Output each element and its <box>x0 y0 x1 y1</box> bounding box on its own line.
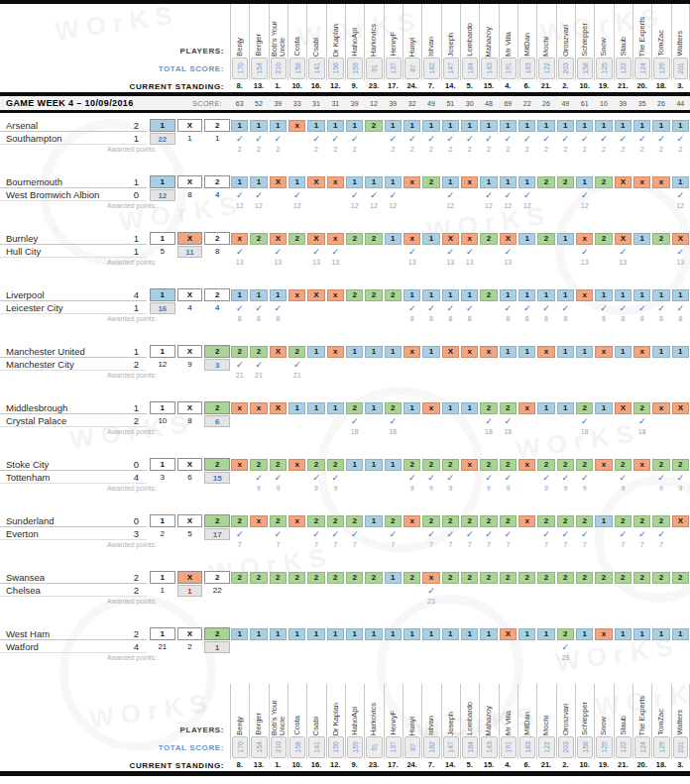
prediction-cell: 2 <box>633 402 650 414</box>
correct-check-icon: ✓ <box>556 472 575 484</box>
away-team-score: 2 <box>134 415 139 426</box>
awarded-points-value: 12 <box>249 201 268 211</box>
player-total-score: 210 <box>275 62 282 74</box>
prediction-cell: 1 <box>652 346 669 358</box>
match-row-home: Bournemouth11X211X1Xx111x21x1112212Xxx1 <box>0 175 690 188</box>
player-total-cell: 137 <box>384 735 402 759</box>
player-name-cell: Schlepper <box>575 4 594 56</box>
prediction-cell: X <box>615 233 632 245</box>
awarded-points-value: 7 <box>326 540 345 550</box>
outcome-count-1: 22 <box>150 133 175 145</box>
prediction-cell: X <box>307 233 324 245</box>
player-total-score: 158 <box>582 62 589 74</box>
player-total-cell: 124 <box>632 56 651 80</box>
outcome-box-2: 2 <box>204 514 230 527</box>
correct-check-icon: ✓ <box>479 528 498 540</box>
correct-check-icon: ✓ <box>614 302 632 314</box>
player-name-cell: Benjy <box>230 4 249 56</box>
awarded-points-value: 12 <box>479 201 498 211</box>
outcome-boxes: 1X2 <box>147 288 230 301</box>
player-standing: 10. <box>288 80 306 92</box>
player-standing: 23. <box>364 80 383 92</box>
player-total-cell: 91 <box>364 735 383 759</box>
away-team-name: Watford <box>6 641 39 652</box>
player-total-box: 154 <box>251 736 267 758</box>
awarded-points-value: 7 <box>651 540 670 550</box>
prediction-cell: 1 <box>480 120 497 132</box>
correct-check-icon: ✓ <box>249 302 268 314</box>
outcome-count-1: 3 <box>150 472 175 484</box>
awarded-points-value: 18 <box>499 427 518 437</box>
player-name: Mr Villa <box>505 711 513 735</box>
outcome-box-x: X <box>177 119 203 132</box>
player-total-score: 125 <box>601 62 608 74</box>
correct-check-icon: ✓ <box>651 528 670 540</box>
prediction-cell: 2 <box>270 572 287 584</box>
player-total-box: 91 <box>366 736 382 758</box>
player-total-score: 87 <box>409 743 416 751</box>
outcome-box-2: 2 <box>204 627 230 640</box>
player-standing: 4. <box>499 759 518 771</box>
correct-check-icon: ✓ <box>499 415 518 427</box>
away-team-name: Tottenham <box>6 472 50 483</box>
player-name-cell: Joseph <box>441 4 460 56</box>
home-team-score: 0 <box>134 515 139 526</box>
prediction-cell: 2 <box>595 572 612 584</box>
awarded-points-value: 13 <box>671 258 690 268</box>
awarded-points-value: 18 <box>632 427 651 437</box>
prediction-cell: 1 <box>557 120 574 132</box>
awarded-points-value: 2 <box>556 145 575 155</box>
awarded-points-value: 7 <box>632 540 651 550</box>
correct-check-icon: ✓ <box>441 189 460 201</box>
away-team: Leicester City1 <box>0 301 147 314</box>
prediction-cell: 1 <box>537 289 554 301</box>
awarded-points-value: 2 <box>479 145 498 155</box>
total-score-label: TOTAL SCORE: <box>0 64 230 73</box>
outcome-count-1: 12 <box>150 189 175 201</box>
player-total-box: 87 <box>404 57 420 79</box>
correct-check-icon: ✓ <box>402 133 421 145</box>
outcome-box-1: 1 <box>150 514 175 527</box>
awarded-points-value: 2 <box>671 145 690 155</box>
prediction-cell: x <box>288 459 305 471</box>
prediction-cell: x <box>576 233 593 245</box>
player-total-score: 143 <box>486 62 493 74</box>
outcome-boxes: 1X2 <box>147 119 230 132</box>
awarded-points-value: 9 <box>651 484 670 494</box>
player-standing: 6. <box>518 80 536 92</box>
prediction-cell: 1 <box>250 628 267 640</box>
player-total-box: 184 <box>462 736 478 758</box>
correct-check-icon: ✓ <box>269 302 288 314</box>
player-name: Istvan <box>427 37 435 56</box>
home-team-score: 0 <box>134 459 139 470</box>
outcome-counts: 2121 <box>147 641 230 653</box>
player-total-score: 158 <box>294 741 301 753</box>
matches-section: Arsenal21X2111x11121111111111111111South… <box>0 113 690 664</box>
correct-check-icon: ✓ <box>441 133 460 145</box>
awarded-points-value: 7 <box>499 540 518 550</box>
prediction-cell: x <box>403 346 420 358</box>
player-total-score: 170 <box>237 741 244 753</box>
awarded-points-label: Awarded points: <box>0 314 230 324</box>
player-standing: 2. <box>556 759 575 771</box>
week-score: 52 <box>249 100 268 107</box>
player-total-score: 210 <box>275 741 282 753</box>
correct-check-icon: ✓ <box>556 641 575 653</box>
prediction-cell: 1 <box>518 628 535 640</box>
prediction-cell: x <box>633 346 650 358</box>
prediction-cell: 2 <box>615 572 632 584</box>
awarded-points-value: 8 <box>402 314 421 324</box>
prediction-cell: 2 <box>480 515 497 527</box>
prediction-cell: x <box>327 233 344 245</box>
week-score: 35 <box>632 100 651 107</box>
prediction-cell: 2 <box>385 515 402 527</box>
prediction-cell: 1 <box>461 289 478 301</box>
prediction-cell: 2 <box>442 459 459 471</box>
prediction-cell: 1 <box>365 402 382 414</box>
awarded-points-label: Awarded points: <box>0 145 230 155</box>
players-label: PLAYERS: <box>0 47 230 56</box>
correct-check-icon: ✓ <box>479 133 498 145</box>
prediction-cell: 2 <box>595 233 612 245</box>
outcome-box-1: 1 <box>150 175 175 188</box>
prediction-cell: 1 <box>385 628 402 640</box>
